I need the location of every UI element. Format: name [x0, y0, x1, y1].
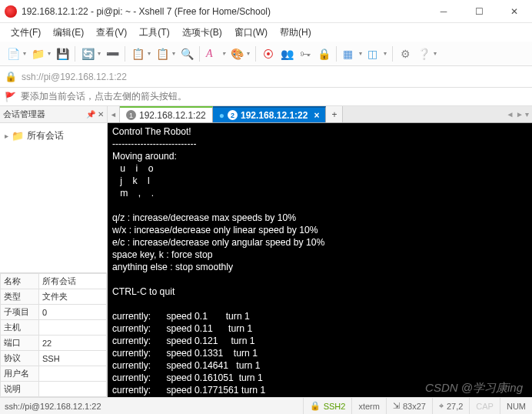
info-text: 要添加当前会话，点击左侧的箭头按钮。: [21, 90, 187, 103]
prop-host-val: [39, 320, 107, 336]
cursor-pos-icon: ⌖: [439, 401, 444, 411]
status-address: ssh://pi@192.168.12.1:22: [0, 402, 106, 411]
paste-button[interactable]: 📋: [154, 45, 177, 62]
window-controls: ─ ☐ ✕: [426, 0, 532, 23]
tab-scroll-right[interactable]: ◄ ►: [506, 110, 524, 119]
menu-tools[interactable]: 工具(T): [133, 25, 175, 41]
new-session-button[interactable]: 📄: [5, 45, 28, 62]
addressbar: 🔒 ssh://pi@192.168.12.1:22: [0, 66, 532, 88]
save-button[interactable]: 💾: [54, 45, 71, 62]
disconnect-button[interactable]: ➖: [104, 45, 121, 62]
toolbar-sep: [255, 46, 256, 62]
terminal-output: Control The Robot! ---------------------…: [112, 126, 324, 397]
lock-button[interactable]: 🔒: [315, 45, 332, 62]
prop-port-label: 端口: [1, 336, 39, 351]
status-size: ⇲83x27: [386, 398, 432, 414]
color-button[interactable]: 🎨: [228, 45, 251, 62]
menu-view[interactable]: 查看(V): [90, 25, 133, 41]
main: 会话管理器 📌 ✕ ▸ 📁 所有会话 名称所有会话 类型文件夹 子项目0 主机 …: [0, 106, 532, 397]
toolbar-sep: [199, 46, 200, 62]
tree-root[interactable]: ▸ 📁 所有会话: [3, 128, 104, 144]
tab-label: 192.168.12.1:22: [241, 110, 308, 121]
font-button[interactable]: A: [204, 45, 227, 62]
tab-label: 192.168.12.1:22: [139, 110, 206, 121]
titlebar: 192.168.12.1:22 - pi@pi: ~ - Xshell 7 (F…: [0, 0, 532, 23]
toolbar-sep: [392, 46, 393, 62]
menubar: 文件(F) 编辑(E) 查看(V) 工具(T) 选项卡(B) 窗口(W) 帮助(…: [0, 23, 532, 42]
tab-num-icon: 1: [126, 110, 136, 120]
menu-edit[interactable]: 编辑(E): [47, 25, 90, 41]
prop-name-label: 名称: [1, 274, 39, 289]
find-button[interactable]: 🔍: [178, 45, 195, 62]
tree-toggle-icon[interactable]: ▸: [5, 132, 8, 140]
tab-session-2[interactable]: ● 2 192.168.12.1:22 ×: [213, 106, 327, 122]
key-button[interactable]: 🗝: [297, 45, 314, 62]
status-num: NUM: [500, 398, 532, 414]
tree-root-label: 所有会话: [27, 129, 64, 142]
status-cap: CAP: [469, 398, 500, 414]
menu-tabs[interactable]: 选项卡(B): [176, 25, 228, 41]
folder-icon: 📁: [12, 130, 24, 142]
prop-name-val: 所有会话: [39, 274, 107, 289]
prop-sub-label: 子项目: [1, 305, 39, 320]
prop-port-val: 22: [39, 336, 107, 351]
prop-desc-label: 说明: [1, 382, 39, 397]
tab-close-icon[interactable]: ×: [314, 110, 319, 121]
infobar: 🚩 要添加当前会话，点击左侧的箭头按钮。: [0, 88, 532, 106]
toolbar-sep: [125, 46, 125, 62]
menu-file[interactable]: 文件(F): [5, 25, 47, 41]
settings-button[interactable]: ⚙: [397, 45, 414, 62]
layout-button[interactable]: ▦: [341, 45, 364, 62]
record-button[interactable]: ⦿: [260, 45, 277, 62]
help-button[interactable]: ❔: [415, 45, 438, 62]
tab-scroll-left[interactable]: ◄: [108, 106, 120, 122]
bookmark-icon[interactable]: 🚩: [5, 92, 16, 102]
pin-icon[interactable]: 📌 ✕: [86, 110, 104, 119]
lock-icon: 🔒: [5, 71, 17, 82]
copy-button[interactable]: 📋: [129, 45, 152, 62]
session-tree[interactable]: ▸ 📁 所有会话: [0, 123, 107, 272]
tab-session-1[interactable]: 1 192.168.12.1:22: [120, 106, 213, 122]
maximize-button[interactable]: ☐: [461, 0, 497, 23]
menu-window[interactable]: 窗口(W): [228, 25, 274, 41]
prop-user-val: [39, 366, 107, 382]
status-pos: ⌖27,2: [432, 398, 469, 414]
open-session-button[interactable]: 📁: [29, 45, 52, 62]
ssh-lock-icon: 🔒: [310, 401, 321, 411]
bullet-icon: ●: [219, 110, 224, 121]
panel-button[interactable]: ◫: [365, 45, 388, 62]
tab-num-icon: 2: [228, 110, 238, 120]
menu-help[interactable]: 帮助(H): [274, 25, 318, 41]
status-term: xterm: [351, 398, 386, 414]
content-area: ◄ 1 192.168.12.1:22 ● 2 192.168.12.1:22 …: [108, 106, 532, 397]
window-title: 192.168.12.1:22 - pi@pi: ~ - Xshell 7 (F…: [22, 6, 426, 17]
prop-desc-val: [39, 382, 107, 397]
prop-type-val: 文件夹: [39, 289, 107, 305]
resize-icon: ⇲: [393, 401, 400, 411]
minimize-button[interactable]: ─: [426, 0, 461, 23]
status-ssh: 🔒SSH2: [303, 398, 352, 414]
toolbar-sep: [336, 46, 337, 62]
session-manager: 会话管理器 📌 ✕ ▸ 📁 所有会话 名称所有会话 类型文件夹 子项目0 主机 …: [0, 106, 108, 397]
prop-user-label: 用户名: [1, 366, 39, 382]
prop-proto-val: SSH: [39, 351, 107, 366]
toolbar-sep: [75, 46, 75, 62]
tab-menu-icon[interactable]: ▾: [525, 110, 529, 119]
session-tabs: ◄ 1 192.168.12.1:22 ● 2 192.168.12.1:22 …: [108, 106, 532, 123]
sidebar-title: 会话管理器 📌 ✕: [0, 106, 107, 123]
sidebar-title-label: 会话管理器: [3, 109, 45, 120]
session-properties: 名称所有会话 类型文件夹 子项目0 主机 端口22 协议SSH 用户名 说明: [0, 272, 107, 397]
address-input[interactable]: ssh://pi@192.168.12.1:22: [22, 72, 127, 82]
statusbar: ssh://pi@192.168.12.1:22 🔒SSH2 xterm ⇲83…: [0, 397, 532, 414]
tab-nav-right: ◄ ► ▾: [503, 106, 532, 122]
tab-add-button[interactable]: +: [326, 106, 343, 122]
prop-host-label: 主机: [1, 320, 39, 336]
terminal[interactable]: Control The Robot! ---------------------…: [108, 123, 532, 397]
reconnect-button[interactable]: 🔄: [79, 45, 102, 62]
users-button[interactable]: 👥: [278, 45, 295, 62]
prop-type-label: 类型: [1, 289, 39, 305]
toolbar: 📄 📁 💾 🔄 ➖ 📋 📋 🔍 A 🎨 ⦿ 👥 🗝 🔒 ▦ ◫ ⚙ ❔: [0, 42, 532, 66]
app-icon: [5, 5, 17, 18]
prop-sub-val: 0: [39, 305, 107, 320]
close-button[interactable]: ✕: [497, 0, 532, 23]
